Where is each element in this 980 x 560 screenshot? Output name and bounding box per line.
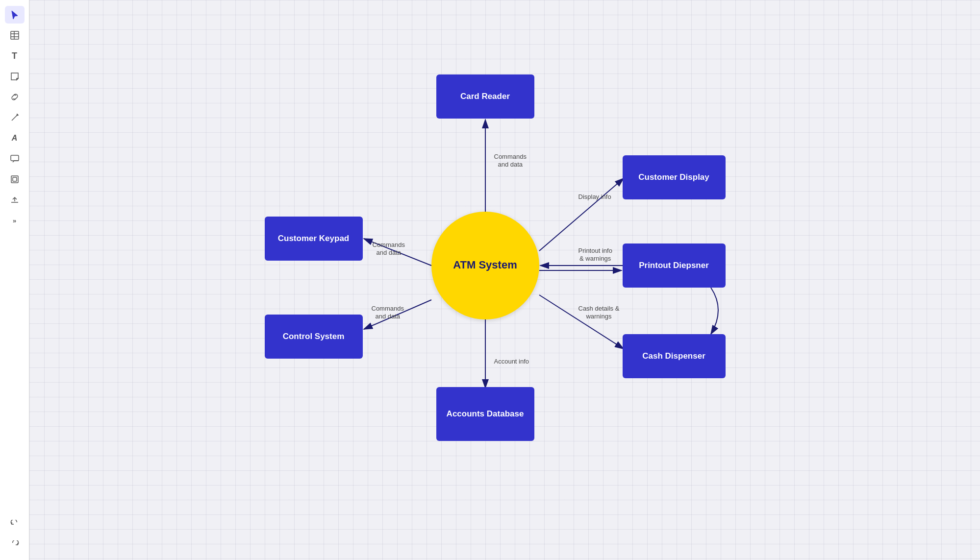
comment-tool[interactable] xyxy=(5,150,25,168)
redo-tool[interactable] xyxy=(5,536,25,554)
box-cash-dispenser[interactable]: Cash Dispenser xyxy=(623,334,726,378)
diagram: ATM System Card Reader Customer Keypad C… xyxy=(235,60,775,501)
label-commands-bottom: Commands and data xyxy=(372,305,404,321)
label-display-info: Display info xyxy=(578,193,611,201)
customer-display-label: Customer Display xyxy=(638,172,709,182)
table-tool[interactable] xyxy=(5,26,25,44)
label-commands-top: Commands and data xyxy=(494,153,527,170)
cash-dispenser-label: Cash Dispenser xyxy=(642,351,705,361)
svg-line-14 xyxy=(539,295,624,349)
accounts-database-label: Accounts Database xyxy=(447,409,524,419)
font-tool[interactable]: A xyxy=(5,129,25,147)
card-reader-label: Card Reader xyxy=(460,92,510,101)
svg-line-4 xyxy=(12,116,17,121)
printout-dispenser-label: Printout Diepsner xyxy=(639,261,709,270)
text-tool[interactable]: T xyxy=(5,47,25,65)
box-printout-dispenser[interactable]: Printout Diepsner xyxy=(623,243,726,288)
box-accounts-database[interactable]: Accounts Database xyxy=(436,387,534,441)
cursor-tool[interactable] xyxy=(5,6,25,24)
atm-system-circle: ATM System xyxy=(431,212,539,319)
svg-rect-0 xyxy=(11,31,19,39)
svg-rect-7 xyxy=(13,177,17,181)
label-account-info: Account info xyxy=(494,358,529,366)
label-commands-left: Commands and data xyxy=(373,241,405,258)
toolbar: T A xyxy=(0,0,29,560)
box-card-reader[interactable]: Card Reader xyxy=(436,74,534,119)
box-control-system[interactable]: Control System xyxy=(265,315,363,359)
svg-rect-6 xyxy=(11,176,18,183)
undo-tool[interactable] xyxy=(5,516,25,534)
more-tool[interactable]: » xyxy=(5,212,25,229)
atm-system-label: ATM System xyxy=(453,259,517,271)
control-system-label: Control System xyxy=(283,332,345,341)
svg-rect-5 xyxy=(11,155,19,161)
label-cash-details: Cash details & warnings xyxy=(578,305,620,321)
frame-tool[interactable] xyxy=(5,170,25,188)
label-printout-info: Printout info & warnings xyxy=(578,247,612,264)
pen-tool[interactable] xyxy=(5,109,25,126)
link-tool[interactable] xyxy=(5,88,25,106)
customer-keypad-label: Customer Keypad xyxy=(278,234,349,243)
box-customer-keypad[interactable]: Customer Keypad xyxy=(265,217,363,261)
export-tool[interactable] xyxy=(5,191,25,209)
canvas[interactable]: ATM System Card Reader Customer Keypad C… xyxy=(29,0,980,560)
svg-line-11 xyxy=(539,178,624,251)
note-tool[interactable] xyxy=(5,68,25,85)
box-customer-display[interactable]: Customer Display xyxy=(623,155,726,199)
